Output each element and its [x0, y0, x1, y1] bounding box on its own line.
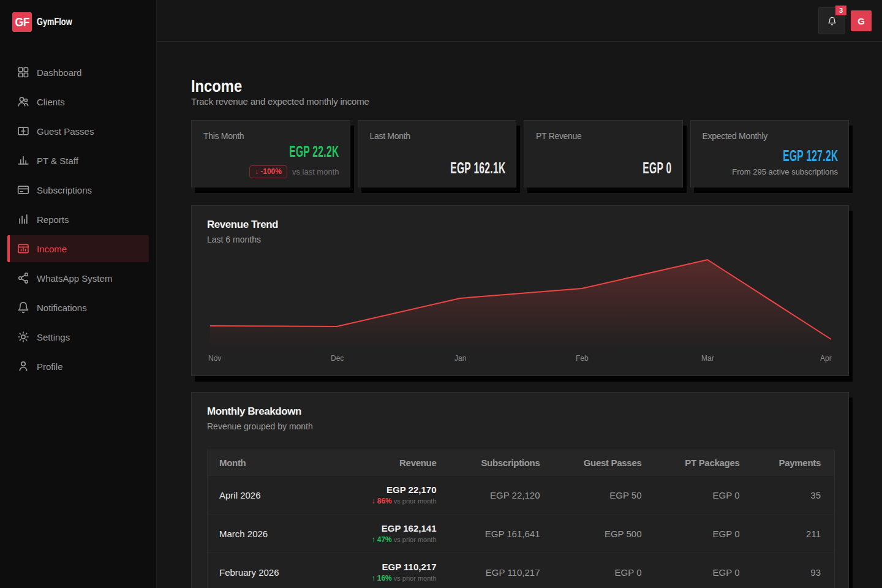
svg-text:Jan: Jan — [454, 354, 466, 363]
svg-text:Mar: Mar — [701, 354, 714, 363]
svg-text:Apr: Apr — [820, 354, 832, 363]
svg-text:Feb: Feb — [576, 354, 589, 363]
svg-text:Dec: Dec — [331, 354, 344, 363]
svg-text:Nov: Nov — [208, 354, 221, 363]
